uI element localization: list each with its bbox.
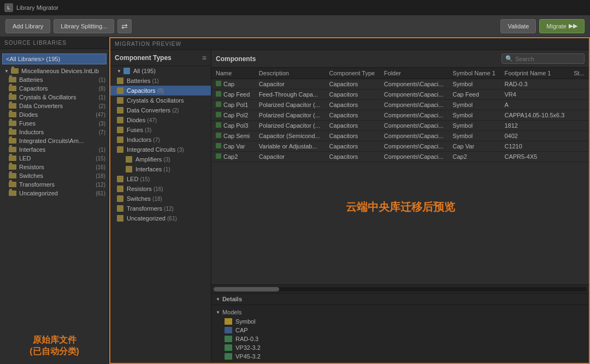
table-col-header[interactable]: Description	[255, 68, 325, 79]
table-cell: Capacitor (Semicond...	[255, 131, 325, 141]
table-cell	[569, 152, 589, 162]
ct-item[interactable]: Crystals & Oscillators	[110, 96, 211, 105]
table-cell: RAD-0.3	[500, 79, 569, 89]
source-tree-item[interactable]: Uncategorized (61)	[0, 189, 109, 198]
source-tree-item[interactable]: Resistors (16)	[0, 163, 109, 171]
comp-table-header-bar: Components 🔍	[211, 50, 589, 68]
item-count: (7)	[99, 129, 105, 135]
table-col-header[interactable]: Folder	[380, 68, 449, 79]
lib-root-label: Miscellaneous Devices.IntLib	[21, 68, 105, 74]
folder-icon	[9, 121, 16, 126]
folder-icon	[9, 156, 16, 161]
ct-item[interactable]: Resistors (16)	[110, 184, 211, 194]
model-label: VP45-3.2	[235, 353, 261, 360]
table-row[interactable]: Cap2CapacitorCapacitorsComponents\Capaci…	[211, 152, 589, 162]
source-tree-item[interactable]: Transformers (12)	[0, 180, 109, 189]
ct-item[interactable]: Transformers (12)	[110, 204, 211, 213]
main-content: SOURCE LIBRARIES <All Libraries> (195) ▼…	[0, 37, 590, 364]
table-cell: Capacitors	[325, 121, 380, 131]
ct-item-all[interactable]: ▼ All (195)	[110, 66, 211, 76]
sort-icon[interactable]: ≡	[202, 53, 206, 62]
item-label: Integrated Circuits\Am...	[19, 138, 104, 144]
table-cell	[569, 110, 589, 121]
source-tree-item[interactable]: Diodes (47)	[0, 110, 109, 119]
table-cell: Capacitors	[325, 152, 380, 162]
source-tree-item[interactable]: Interfaces (1)	[0, 145, 109, 154]
validate-button[interactable]: Validate	[500, 19, 536, 33]
item-label: Capacitors	[19, 85, 98, 92]
ct-item[interactable]: Uncategorized (61)	[110, 213, 211, 223]
add-library-button[interactable]: Add Library	[5, 19, 50, 33]
ct-item[interactable]: Fuses (3)	[110, 125, 211, 135]
source-tree-item[interactable]: Fuses (3)	[0, 119, 109, 128]
table-cell: Polarized Capacitor (...	[255, 110, 325, 121]
table-row[interactable]: Cap Pol2Polarized Capacitor (...Capacito…	[211, 110, 589, 121]
ct-item-label: Capacitors (8)	[127, 87, 164, 94]
ct-item[interactable]: Batteries (1)	[110, 76, 211, 86]
table-row[interactable]: CapCapacitorCapacitorsComponents\Capaci.…	[211, 79, 589, 89]
folder-icon	[9, 112, 16, 117]
table-col-header[interactable]: Symbol Name 1	[449, 68, 500, 79]
lib-root-item[interactable]: ▼ Miscellaneous Devices.IntLib	[0, 67, 109, 75]
source-tree-item[interactable]: Capacitors (8)	[0, 84, 109, 93]
table-col-header[interactable]: St...	[569, 68, 589, 79]
source-tree-item[interactable]: LED (15)	[0, 154, 109, 163]
table-wrapper[interactable]: NameDescriptionComponent TypeFolderSymbo…	[211, 68, 589, 284]
table-row[interactable]: Cap Pol3Polarized Capacitor (...Capacito…	[211, 121, 589, 131]
table-row[interactable]: Cap Pol1Polarized Capacitor (...Capacito…	[211, 100, 589, 110]
ct-item[interactable]: LED (15)	[110, 174, 211, 184]
source-tree-item[interactable]: Integrated Circuits\Am...	[0, 136, 109, 145]
table-header-row: NameDescriptionComponent TypeFolderSymbo…	[211, 68, 589, 79]
source-panel: SOURCE LIBRARIES <All Libraries> (195) ▼…	[0, 37, 109, 364]
ct-item[interactable]: Inductors (7)	[110, 135, 211, 145]
table-cell	[569, 131, 589, 141]
preview-inner: Component Types ≡ ▼ All (195) Batteries …	[110, 50, 589, 363]
item-count: (47)	[96, 112, 105, 118]
ct-item[interactable]: Data Converters (2)	[110, 105, 211, 115]
ct-item[interactable]: Switches (18)	[110, 194, 211, 204]
ct-item[interactable]: Amplifiers (3)	[110, 154, 211, 164]
item-label: Switches	[19, 172, 95, 179]
folder-icon	[9, 86, 16, 91]
source-root-item[interactable]: <All Libraries> (195)	[2, 53, 107, 64]
ct-item[interactable]: Capacitors (8)	[110, 86, 211, 96]
table-cell: Cap Feed	[449, 89, 500, 100]
model-icon	[225, 353, 232, 360]
model-item: RAD-0.3	[216, 335, 585, 343]
transfer-icon[interactable]: ⇄	[117, 19, 132, 33]
table-col-header[interactable]: Component Type	[325, 68, 380, 79]
table-col-header[interactable]: Footprint Name 1	[500, 68, 569, 79]
table-body: CapCapacitorCapacitorsComponents\Capaci.…	[211, 79, 589, 162]
source-tree-item[interactable]: Data Converters (2)	[0, 102, 109, 110]
table-cell: Capacitors	[325, 89, 380, 100]
migrate-button[interactable]: Migrate ▶▶	[539, 19, 585, 33]
scrollbar-thumb[interactable]	[214, 287, 279, 291]
scrollbar-area[interactable]	[211, 284, 589, 293]
source-tree-item[interactable]: Inductors (7)	[0, 128, 109, 136]
lib-folder-icon	[11, 68, 19, 74]
search-input[interactable]	[515, 56, 581, 62]
table-cell: Components\Capaci...	[380, 100, 449, 110]
item-count: (2)	[99, 103, 105, 109]
source-tree-item[interactable]: Switches (18)	[0, 171, 109, 180]
library-splitting-button[interactable]: Library Splitting...	[54, 19, 114, 33]
search-box[interactable]: 🔍	[502, 53, 585, 64]
source-tree-item[interactable]: Crystals & Oscillators (1)	[0, 93, 109, 102]
table-row[interactable]: Cap FeedFeed-Through Capa...CapacitorsCo…	[211, 89, 589, 100]
table-col-header[interactable]: Name	[211, 68, 255, 79]
components-title: Components	[216, 55, 256, 63]
ct-item[interactable]: Diodes (47)	[110, 115, 211, 125]
item-count: (15)	[96, 156, 105, 162]
table-row[interactable]: Cap VarVariable or Adjustab...Capacitors…	[211, 141, 589, 152]
item-label: Interfaces	[19, 146, 98, 153]
source-tree-item[interactable]: Batteries (1)	[0, 75, 109, 84]
ct-folder-icon	[117, 77, 123, 84]
scrollbar-track[interactable]	[214, 287, 587, 291]
ct-item[interactable]: Interfaces (1)	[110, 164, 211, 174]
ct-item[interactable]: Integrated Circuits (3)	[110, 145, 211, 154]
table-cell: Polarized Capacitor (...	[255, 121, 325, 131]
item-count: (3)	[99, 121, 105, 127]
table-row[interactable]: Cap SemiCapacitor (Semicond...Capacitors…	[211, 131, 589, 141]
comp-types-header: Component Types ≡	[110, 50, 211, 66]
table-cell: A	[500, 100, 569, 110]
